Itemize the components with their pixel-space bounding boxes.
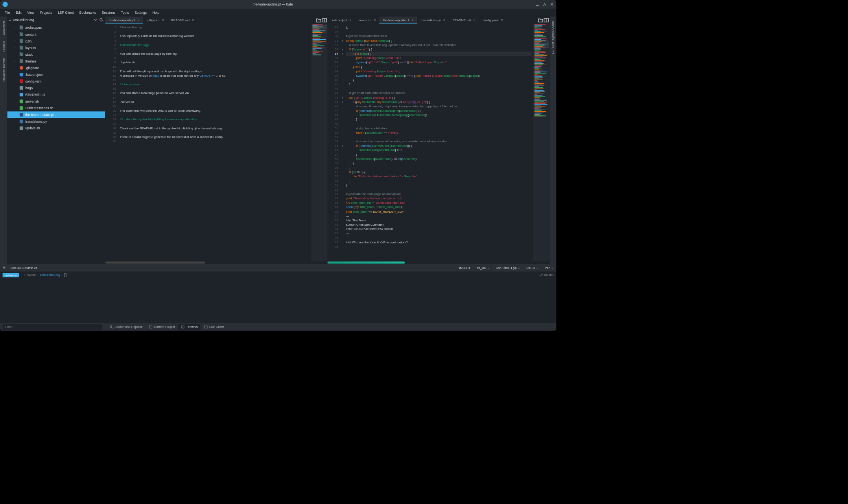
chevron-right-icon: › bbox=[15, 33, 18, 36]
sh-icon bbox=[20, 106, 23, 110]
tab--kateproject[interactable]: .kateproject× bbox=[327, 17, 355, 24]
tree-item-themes[interactable]: ›themes bbox=[7, 58, 105, 64]
tree-item-content[interactable]: ›content bbox=[7, 31, 105, 38]
rail-documents[interactable]: Documents bbox=[2, 18, 6, 38]
tree-item-hugo[interactable]: hugo bbox=[7, 85, 105, 91]
menu-tools[interactable]: Tools bbox=[118, 10, 131, 16]
tree-item-archetypes[interactable]: ›archetypes bbox=[7, 24, 105, 31]
tree-item-config-yaml[interactable]: config.yaml bbox=[7, 78, 105, 85]
tree-label: StaticMessages.sh bbox=[25, 106, 53, 110]
project-expand-icon[interactable]: ▸ bbox=[9, 19, 11, 22]
menu-edit[interactable]: Edit bbox=[13, 10, 24, 16]
tree-label: archetypes bbox=[25, 26, 42, 29]
sh-icon bbox=[20, 99, 23, 103]
tree-item-the-team-update-pl[interactable]: the-team-update.pl bbox=[7, 111, 105, 118]
tree-item-translations-py[interactable]: translations.py bbox=[7, 118, 105, 125]
close-icon[interactable]: × bbox=[162, 18, 164, 22]
menu-projects[interactable]: Projects bbox=[37, 10, 55, 16]
tree-item-README-md[interactable]: README.md bbox=[7, 91, 105, 98]
tree-item--gitignore[interactable]: .gitignore bbox=[7, 64, 105, 71]
maximize-icon[interactable] bbox=[543, 3, 546, 6]
encoding[interactable]: UTF-8 bbox=[526, 266, 538, 270]
tab-the-team-update-pl[interactable]: the-team-update.pl× bbox=[380, 17, 417, 24]
close-icon[interactable]: × bbox=[411, 18, 413, 22]
edit-mode[interactable]: INSERT bbox=[459, 266, 470, 270]
tab-README-md[interactable]: README.md× bbox=[168, 17, 198, 24]
indent-mode[interactable]: Soft Tabs: 4 (8) bbox=[496, 266, 520, 270]
folder-icon[interactable] bbox=[538, 17, 543, 24]
tree-item-StaticMessages-sh[interactable]: StaticMessages.sh bbox=[7, 105, 105, 111]
menu-settings[interactable]: Settings bbox=[132, 10, 149, 16]
split-icon[interactable] bbox=[544, 17, 549, 24]
folder-icon[interactable] bbox=[316, 17, 321, 24]
right-pane: .kateproject×server.sh×the-team-update.p… bbox=[327, 17, 549, 264]
rail-lsp-client-symbol-outline[interactable]: LSP Client Symbol Outline bbox=[551, 18, 555, 57]
tab-translations-py[interactable]: translations.py× bbox=[417, 17, 449, 24]
tab-label: Search and Replace bbox=[114, 325, 142, 329]
tree-item-i18n[interactable]: ›i18n bbox=[7, 38, 105, 44]
left-gutter: 1234567891011121314151617181920212223242… bbox=[105, 24, 118, 261]
minimize-icon[interactable] bbox=[536, 3, 539, 6]
close-icon[interactable]: × bbox=[443, 18, 445, 22]
tree-label: static bbox=[25, 52, 33, 56]
close-icon[interactable]: × bbox=[192, 18, 194, 22]
left-hscroll[interactable] bbox=[105, 261, 327, 264]
tab-config-yaml[interactable]: config.yaml× bbox=[479, 17, 507, 24]
rail-filesystem-browser[interactable]: Filesystem Browser bbox=[2, 55, 6, 85]
close-icon[interactable]: × bbox=[137, 18, 139, 22]
tab-label: the-team-update.pl bbox=[383, 18, 409, 22]
tab-server-sh[interactable]: server.sh× bbox=[355, 17, 380, 24]
spell-lang[interactable]: en_US bbox=[477, 266, 490, 270]
tab--gitignore[interactable]: .gitignore× bbox=[143, 17, 168, 24]
tree-item-server-sh[interactable]: server.sh bbox=[7, 98, 105, 105]
terminal-prompt[interactable]: cullmann ~ › private › kate-editor-org ›… bbox=[0, 272, 556, 279]
pl-icon bbox=[20, 113, 23, 116]
tab-label: .gitignore bbox=[147, 18, 159, 22]
syntax-mode[interactable]: Perl bbox=[545, 266, 554, 270]
right-minimap[interactable] bbox=[534, 24, 549, 261]
close-icon[interactable]: × bbox=[350, 18, 352, 22]
tab-icon bbox=[109, 325, 113, 329]
left-pane: the-team-update.pl×.gitignore×README.md×… bbox=[105, 17, 327, 264]
tab-the-team-update-pl[interactable]: the-team-update.pl× bbox=[105, 17, 143, 24]
left-code[interactable]: # kate-editor.org This repository contai… bbox=[118, 24, 312, 261]
tree-item-layouts[interactable]: ›layouts bbox=[7, 44, 105, 51]
tree-item--kateproject[interactable]: .kateproject bbox=[7, 71, 105, 78]
tab-README-md[interactable]: README.md× bbox=[449, 17, 479, 24]
left-minimap[interactable] bbox=[312, 24, 327, 261]
filter-input[interactable] bbox=[3, 324, 103, 330]
folder-icon bbox=[20, 26, 23, 29]
menu-lsp-client[interactable]: LSP Client bbox=[55, 10, 76, 16]
git-icon bbox=[20, 66, 23, 70]
project-reload-icon[interactable] bbox=[100, 18, 103, 22]
left-editor[interactable]: 1234567891011121314151617181920212223242… bbox=[105, 24, 327, 261]
bottom-tab-terminal[interactable]: Terminal bbox=[179, 324, 201, 329]
cursor-position[interactable]: Line 34, Column 24 bbox=[11, 266, 37, 270]
terminal-body[interactable] bbox=[0, 279, 556, 323]
bottom-tab-current-project[interactable]: Current Project bbox=[146, 324, 177, 329]
close-icon[interactable]: × bbox=[501, 18, 503, 22]
menu-file[interactable]: File bbox=[2, 10, 13, 16]
rail-projects[interactable]: Projects bbox=[2, 39, 6, 54]
close-icon[interactable] bbox=[550, 3, 554, 6]
blue-icon bbox=[20, 73, 23, 76]
split-icon[interactable] bbox=[321, 17, 327, 24]
project-dropdown-icon[interactable] bbox=[94, 18, 97, 22]
menu-bookmarks[interactable]: Bookmarks bbox=[77, 10, 99, 16]
close-icon[interactable]: × bbox=[474, 18, 476, 22]
right-editor[interactable]: 2829303132333435363738394041424344454647… bbox=[327, 24, 549, 261]
right-hscroll[interactable] bbox=[327, 261, 549, 264]
menu-view[interactable]: View bbox=[25, 10, 37, 16]
right-fold[interactable]: ▾▾▾▾▾▾ bbox=[340, 24, 344, 261]
term-path: private bbox=[27, 273, 36, 277]
bottom-tab-search-and-replace[interactable]: Search and Replace bbox=[107, 324, 146, 329]
menu-help[interactable]: Help bbox=[150, 10, 162, 16]
menu-sessions[interactable]: Sessions bbox=[99, 10, 118, 16]
right-code[interactable]: ); # get the repos and their statsfor my… bbox=[344, 24, 533, 261]
tree-item-update-sh[interactable]: update.sh bbox=[7, 125, 105, 132]
close-icon[interactable]: × bbox=[374, 18, 376, 22]
status-menu-icon[interactable]: ☰ bbox=[3, 266, 6, 270]
bottom-tab-lsp-client[interactable]: LSP Client bbox=[201, 324, 226, 329]
tree-item-static[interactable]: ›static bbox=[7, 51, 105, 58]
tree-label: config.yaml bbox=[25, 79, 42, 83]
